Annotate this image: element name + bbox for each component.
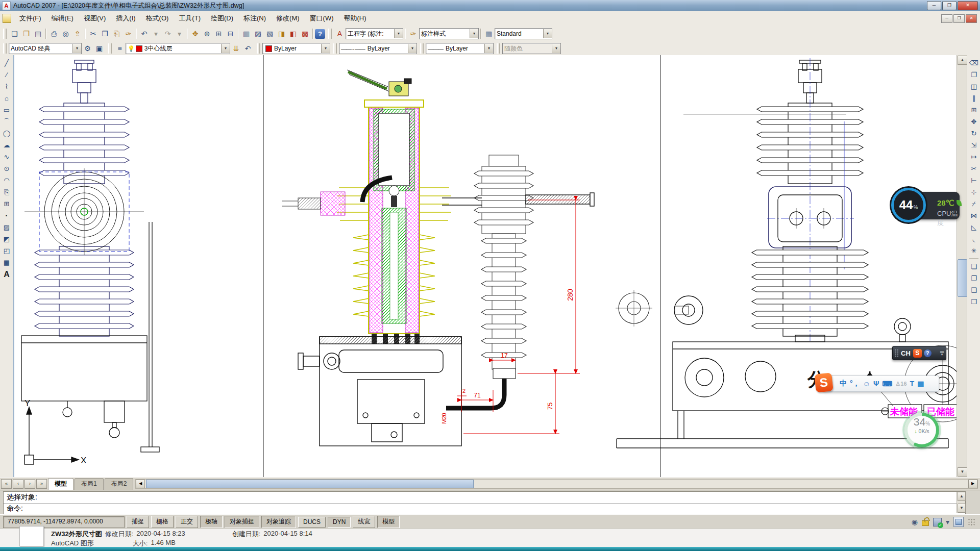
polyline-tool-icon[interactable]: ⌇ — [1, 81, 12, 92]
vertical-scrollbar[interactable]: ▲ ▼ — [957, 55, 967, 477]
ime-toolbox-icon[interactable]: ▦ — [917, 380, 924, 388]
linetype-combo[interactable]: —— - —— ByLayer ▾ — [339, 43, 417, 54]
plot-preview-icon[interactable]: ◎ — [60, 28, 71, 39]
break-at-point-tool-icon[interactable]: ⊹ — [968, 186, 979, 198]
toolbar-grip[interactable] — [328, 29, 332, 39]
ime-voice-icon[interactable]: Ψ — [873, 380, 879, 388]
quickcalc-icon[interactable]: ▩ — [299, 28, 311, 39]
plot-style-combo[interactable]: 随颜色 ▾ — [502, 43, 561, 54]
menu-file[interactable]: 文件(F) — [14, 12, 46, 25]
drawing-canvas[interactable]: Y X — [13, 55, 958, 477]
properties-palette-icon[interactable]: ▥ — [240, 28, 252, 39]
spline-tool-icon[interactable]: ∿ — [1, 151, 12, 163]
polygon-tool-icon[interactable]: ⌂ — [1, 92, 12, 104]
cmd-scroll-down-icon[interactable]: ▼ — [958, 504, 966, 513]
ime-login-icon[interactable]: ♙16 — [895, 381, 906, 387]
scroll-up-icon[interactable]: ▲ — [958, 56, 967, 65]
zoom-previous-icon[interactable]: ⊟ — [225, 28, 236, 39]
communication-center-icon[interactable]: ◉ — [912, 518, 918, 526]
table-style-icon[interactable]: ▦ — [483, 28, 495, 39]
toolbar-grip[interactable] — [420, 43, 424, 54]
ime-skin-icon[interactable]: T — [910, 380, 915, 388]
table-tool-icon[interactable]: ▦ — [1, 257, 12, 268]
color-combo[interactable]: ByLayer ▾ — [262, 43, 330, 54]
text-tool-icon[interactable]: A — [1, 268, 12, 280]
toggle-ortho[interactable]: 正交 — [176, 516, 198, 528]
help-icon[interactable]: ? — [315, 29, 325, 39]
menu-draw[interactable]: 绘图(D) — [206, 12, 238, 25]
next-tab-icon[interactable]: › — [24, 479, 35, 489]
title-bar[interactable]: A AutoCAD 2007 - [E:\2020年度文件\单相电子式组合\总装… — [0, 0, 980, 12]
match-properties-icon[interactable]: ✑ — [122, 28, 134, 39]
toolbar-grip[interactable] — [3, 43, 7, 54]
text-style-combo[interactable]: 工程字 (标注: ▾ — [346, 28, 403, 39]
draworder-front-icon[interactable]: ❏ — [968, 261, 979, 272]
draworder-back-icon[interactable]: ❐ — [968, 272, 979, 284]
redo-dropdown-icon[interactable]: ▾ — [174, 28, 185, 39]
sheet-set-manager-icon[interactable]: ◨ — [276, 28, 287, 39]
horizontal-scroll-thumb[interactable] — [146, 480, 474, 488]
ime-chinese-mode-icon[interactable]: 中 — [840, 379, 847, 388]
workspace-combo[interactable]: AutoCAD 经典 ▾ — [9, 43, 82, 54]
toggle-ducs[interactable]: DUCS — [298, 517, 326, 528]
cmd-scroll-up-icon[interactable]: ▲ — [958, 492, 966, 501]
command-prompt-line[interactable]: 命令: — [4, 503, 965, 514]
menu-modify[interactable]: 修改(M) — [271, 12, 305, 25]
text-style-icon[interactable]: A — [334, 28, 346, 39]
language-mode[interactable]: CH — [901, 349, 911, 357]
scale-tool-icon[interactable]: ⇲ — [968, 139, 979, 151]
toolbar-lock-icon[interactable] — [922, 520, 929, 526]
layer-manager-icon[interactable]: ≡ — [114, 43, 126, 54]
lineweight-combo[interactable]: ——— ByLayer ▾ — [426, 43, 494, 54]
designcenter-icon[interactable]: ▨ — [252, 28, 264, 39]
offset-tool-icon[interactable]: ∥ — [968, 92, 979, 104]
standards-icon[interactable] — [933, 518, 942, 527]
sogou-ime-toolbar[interactable]: S 中 °， ☺ Ψ ⌨ ♙16 T ▦ — [823, 375, 939, 392]
menu-help[interactable]: 帮助(H) — [339, 12, 372, 25]
tab-layout2[interactable]: 布局2 — [105, 478, 134, 490]
first-tab-icon[interactable]: « — [1, 479, 12, 489]
layer-previous-icon[interactable]: ↶ — [242, 43, 254, 54]
save-icon[interactable]: ▤ — [32, 28, 44, 39]
hatch-tool-icon[interactable]: ▨ — [1, 221, 12, 233]
layer-combo[interactable]: 💡 3中心线层 ▾ — [126, 43, 230, 54]
scroll-left-icon[interactable]: ◀ — [136, 480, 145, 488]
draworder-above-icon[interactable]: ❑ — [968, 284, 979, 296]
toggle-osnap[interactable]: 对象捕捉 — [225, 516, 259, 528]
vertical-scroll-thumb[interactable] — [958, 259, 967, 297]
insert-block-tool-icon[interactable]: ⎘ — [1, 186, 12, 198]
mdi-close-button[interactable]: ✕ — [966, 14, 977, 23]
fillet-tool-icon[interactable]: ◟ — [968, 233, 979, 245]
line-tool-icon[interactable]: ╱ — [1, 57, 12, 69]
circle-tool-icon[interactable]: ◯ — [1, 128, 12, 139]
menu-format[interactable]: 格式(O) — [141, 12, 174, 25]
break-tool-icon[interactable]: ⌿ — [968, 198, 979, 210]
rotate-tool-icon[interactable]: ↻ — [968, 128, 979, 139]
dwg-file-icon[interactable] — [3, 14, 11, 23]
close-button[interactable]: ✕ — [958, 1, 978, 10]
dim-style-combo[interactable]: 标注样式 ▾ — [419, 28, 479, 39]
langbar-options-icon[interactable]: ▬▾ — [940, 350, 946, 356]
resize-grip[interactable] — [968, 518, 975, 525]
clean-screen-icon[interactable] — [953, 517, 964, 527]
toolbar-grip[interactable] — [497, 43, 500, 54]
join-tool-icon[interactable]: ⋈ — [968, 210, 979, 221]
tab-model[interactable]: 模型 — [48, 478, 74, 490]
horizontal-scrollbar[interactable]: ◀ ▶ — [135, 479, 978, 489]
maximize-button[interactable]: ❐ — [942, 1, 957, 10]
plot-icon[interactable]: ⎙ — [48, 28, 60, 39]
mdi-minimize-button[interactable]: ─ — [941, 14, 952, 23]
language-bar[interactable]: CH S ? ▬▾ — [892, 346, 946, 360]
cut-icon[interactable]: ✂ — [87, 28, 99, 39]
last-tab-icon[interactable]: » — [36, 479, 47, 489]
toggle-grid[interactable]: 栅格 — [151, 516, 174, 528]
construction-line-tool-icon[interactable]: ⁄ — [1, 69, 12, 81]
mdi-restore-button[interactable]: ❐ — [953, 14, 965, 23]
menu-insert[interactable]: 插入(I) — [111, 12, 140, 25]
menu-tools[interactable]: 工具(T) — [174, 12, 206, 25]
toolbar-grip[interactable] — [257, 43, 260, 54]
toggle-dyn[interactable]: DYN — [328, 517, 351, 528]
ime-punctuation-icon[interactable]: °， — [850, 379, 860, 388]
langbar-grip[interactable] — [895, 349, 899, 357]
explode-tool-icon[interactable]: ✳ — [968, 245, 979, 257]
